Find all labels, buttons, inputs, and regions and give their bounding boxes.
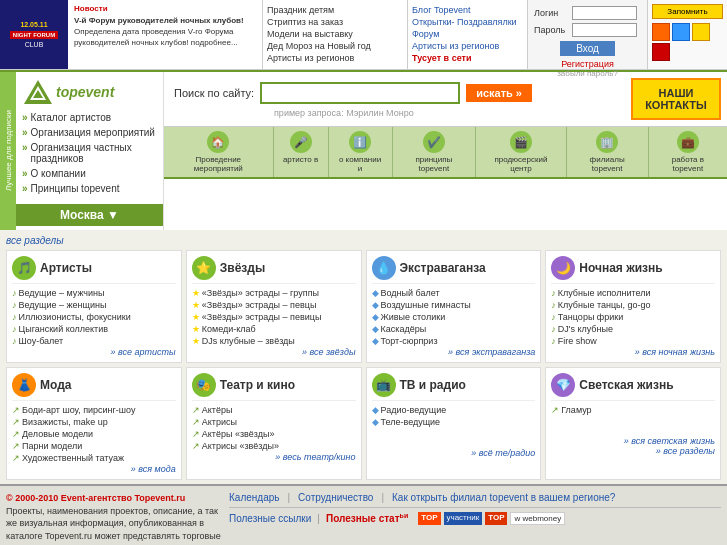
registration-link[interactable]: Регистрация bbox=[534, 59, 641, 69]
all-sections-link[interactable]: все разделы bbox=[6, 235, 64, 246]
moda-title: Мода bbox=[40, 378, 71, 392]
link-artisto2[interactable]: Артисты из регионов bbox=[412, 40, 523, 52]
category-night-life: 🌙 Ночная жизнь ♪Клубные исполнители ♪Клу… bbox=[545, 250, 721, 363]
topevent-logo: topevent bbox=[16, 72, 163, 108]
list-item: ♪Fire show bbox=[551, 335, 715, 347]
artists-title: Артисты bbox=[40, 261, 92, 275]
night-life-title: Ночная жизнь bbox=[579, 261, 662, 275]
footer-copy-link[interactable]: © 2000-2010 Event-агентство Topevent.ru bbox=[6, 493, 185, 503]
list-item: ♪Клубные исполнители bbox=[551, 287, 715, 299]
list-item: ♪Ведущие – мужчины bbox=[12, 287, 176, 299]
footer-link-stati[interactable]: Полезные статьи bbox=[326, 512, 408, 524]
category-extravaganza: 💧 Экстраваганза ◆Водный балет ◆Воздушные… bbox=[366, 250, 542, 363]
menu-org-mero[interactable]: »Организация мероприятий bbox=[22, 125, 157, 140]
search-button[interactable]: искать » bbox=[466, 84, 532, 102]
tab-prodyuser[interactable]: 🎬 продюсерский центр bbox=[476, 127, 566, 177]
list-item: ♪Иллюзионисты, фокусники bbox=[12, 311, 176, 323]
list-item: ★Комеди-клаб bbox=[192, 323, 356, 335]
menu-printsipy[interactable]: »Принципы topevent bbox=[22, 181, 157, 196]
artists-more[interactable]: » все артисты bbox=[12, 347, 176, 357]
link-artisto-region[interactable]: Артисты из регионов bbox=[267, 52, 403, 64]
zvezdy-more[interactable]: » все звёзды bbox=[192, 347, 356, 357]
list-item: ★«Звёзды» эстрады – группы bbox=[192, 287, 356, 299]
link-blog[interactable]: Блог Topevent bbox=[412, 4, 523, 16]
category-artists: 🎵 Артисты ♪Ведущие – мужчины ♪Ведущие – … bbox=[6, 250, 182, 363]
link-forum[interactable]: Форум bbox=[412, 28, 523, 40]
right-links: Блог Topevent Открытки- Поздравлялки Фор… bbox=[408, 0, 528, 69]
theater-title: Театр и кино bbox=[220, 378, 295, 392]
tab-meropriyatiya[interactable]: 🏠 Проведение мероприятий bbox=[164, 127, 274, 177]
list-item: ★«Звёзды» эстрады – певцы bbox=[192, 299, 356, 311]
badge-uchastnik: участник bbox=[444, 512, 483, 525]
tab-printsipy[interactable]: ✔️ принципы topevent bbox=[393, 127, 477, 177]
footer-link-sotrud[interactable]: Сотрудничество bbox=[298, 492, 373, 503]
list-item: ♪Танцоры фрики bbox=[551, 311, 715, 323]
artists-icon: 🎵 bbox=[12, 256, 36, 280]
news-title: Новости bbox=[74, 4, 256, 13]
zvezdy-title: Звёзды bbox=[220, 261, 265, 275]
menu-org-prazdnik[interactable]: »Организация частных праздников bbox=[22, 140, 157, 166]
footer-link-poleznie[interactable]: Полезные ссылки bbox=[229, 513, 311, 524]
link-modeli[interactable]: Модели на выставку bbox=[267, 28, 403, 40]
news-block: Новости V-й Форум руководителей ночных к… bbox=[68, 0, 263, 69]
login-input[interactable] bbox=[572, 6, 637, 20]
left-panel: topevent »Каталог артистов »Организация … bbox=[16, 72, 164, 230]
theater-more[interactable]: » весь театр/кино bbox=[192, 452, 356, 462]
night-life-more[interactable]: » вся ночная жизнь bbox=[551, 347, 715, 357]
badge-top: TOP bbox=[418, 512, 440, 525]
list-item: ↗Художественный татуаж bbox=[12, 452, 176, 464]
search-area: Поиск по сайту: искать » пример запроса:… bbox=[164, 72, 625, 126]
glamour-icon: 💎 bbox=[551, 373, 575, 397]
tv-radio-more[interactable]: » всё те/радио bbox=[372, 448, 536, 458]
middle-links: Праздник детям Стриптиз на заказ Модели … bbox=[263, 0, 408, 69]
list-item: ◆Торт-сюрприз bbox=[372, 335, 536, 347]
menu-katalog[interactable]: »Каталог артистов bbox=[22, 110, 157, 125]
vhod-button[interactable]: Вход bbox=[560, 41, 615, 56]
login-label: Логин bbox=[534, 8, 569, 18]
contacts-box[interactable]: НАШИ КОНТАКТЫ bbox=[631, 78, 721, 120]
zapomni-button[interactable]: Запомнить bbox=[652, 4, 723, 19]
tab-artisto[interactable]: 🎤 артисто в bbox=[274, 127, 329, 177]
footer-link-calendar[interactable]: Календарь bbox=[229, 492, 279, 503]
extravaganza-more[interactable]: » вся экстраваганза bbox=[372, 347, 536, 357]
city-selector[interactable]: Москва ▼ bbox=[16, 204, 163, 226]
link-tusuet[interactable]: Тусует в сети bbox=[412, 52, 523, 64]
list-item: ◆Теле-ведущие bbox=[372, 416, 536, 428]
topevent-logo-icon bbox=[24, 80, 52, 104]
catalog-area: все разделы 🎵 Артисты ♪Ведущие – мужчины… bbox=[0, 230, 727, 484]
tab-kompanii[interactable]: ℹ️ о компании и bbox=[329, 127, 393, 177]
glamour-more[interactable]: » вся светская жизнь bbox=[551, 436, 715, 446]
glamour-title: Светская жизнь bbox=[579, 378, 673, 392]
list-item: ↗Визажисты, make up bbox=[12, 416, 176, 428]
all-sections-bottom[interactable]: » все разделы bbox=[551, 446, 715, 456]
footer-links: Календарь | Сотрудничество | Как открыть… bbox=[229, 492, 721, 545]
link-striptiz[interactable]: Стриптиз на заказ bbox=[267, 16, 403, 28]
link-ded[interactable]: Дед Мороз на Новый год bbox=[267, 40, 403, 52]
moda-icon: 👗 bbox=[12, 373, 36, 397]
password-input[interactable] bbox=[572, 23, 637, 37]
category-zvezdy: ⭐ Звёзды ★«Звёзды» эстрады – группы ★«Зв… bbox=[186, 250, 362, 363]
list-item: ♪Клубные танцы, go-go bbox=[551, 299, 715, 311]
list-item: ♪DJ's клубные bbox=[551, 323, 715, 335]
left-menu: »Каталог артистов »Организация мероприят… bbox=[16, 108, 163, 198]
link-prazdnik[interactable]: Праздник детям bbox=[267, 4, 403, 16]
tab-rabota[interactable]: 💼 работа в topevent bbox=[649, 127, 727, 177]
list-item: ↗Актрисы «звёзды» bbox=[192, 440, 356, 452]
list-item: ◆Воздушные гимнасты bbox=[372, 299, 536, 311]
category-theater: 🎭 Театр и кино ↗Актёры ↗Актрисы ↗Актёры … bbox=[186, 367, 362, 480]
menu-kompanii[interactable]: »О компании bbox=[22, 166, 157, 181]
link-otkritki[interactable]: Открытки- Поздравлялки bbox=[412, 16, 523, 28]
tab-filialy[interactable]: 🏢 филиалы topevent bbox=[567, 127, 649, 177]
footer-badges: TOP участник TOP w webmoney bbox=[418, 512, 565, 525]
extravaganza-icon: 💧 bbox=[372, 256, 396, 280]
logo-text: topevent bbox=[56, 84, 114, 100]
category-glamour: 💎 Светская жизнь ↗Гламур » вся светская … bbox=[545, 367, 721, 480]
moda-more[interactable]: » вся мода bbox=[12, 464, 176, 474]
badge-webmoney: w webmoney bbox=[510, 512, 565, 525]
nav-tabs: 🏠 Проведение мероприятий 🎤 артисто в ℹ️ … bbox=[164, 127, 727, 179]
footer-link-filial[interactable]: Как открыть филиал topevent в вашем реги… bbox=[392, 492, 615, 503]
search-input[interactable] bbox=[260, 82, 460, 104]
tv-radio-icon: 📺 bbox=[372, 373, 396, 397]
category-tv-radio: 📺 ТВ и радио ◆Радио-ведущие ◆Теле-ведущи… bbox=[366, 367, 542, 480]
news-content: V-й Форум руководителей ночных клубов! О… bbox=[74, 15, 256, 49]
